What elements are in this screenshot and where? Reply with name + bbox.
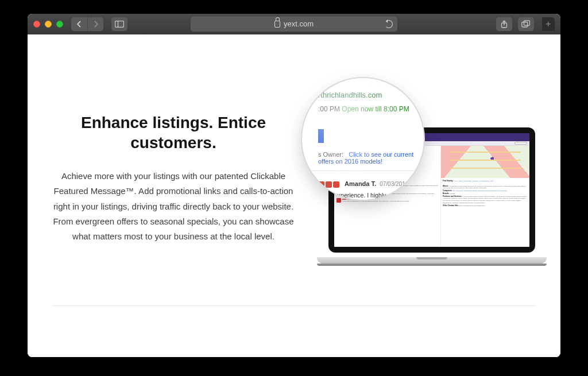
title-bar: yext.com + [28,14,560,34]
new-tab-button[interactable]: + [542,17,555,31]
url-host: yext.com [284,20,314,28]
magnifier-overlay: rthrichlandhills.com :00 PM Open now til… [301,77,425,201]
svg-rect-3 [522,22,528,28]
hero-illustration: AutoNation Click to see our current offe… [308,80,535,287]
hero-heading: Enhance listings. Entice customers. [53,113,294,153]
nav-buttons [71,17,103,31]
sidebar-button[interactable] [111,17,127,31]
mag-hours: :00 PM Open now till 8:00 PM [318,105,418,113]
back-button[interactable] [71,17,87,31]
signin-button [514,142,527,145]
browser-window: yext.com + Enhance listings. Entice cust… [28,14,560,357]
lock-icon [274,21,280,28]
address-bar[interactable]: yext.com [191,17,397,32]
listing-logo-fragment [318,129,324,143]
forward-button[interactable] [87,17,103,31]
window-controls [33,21,63,28]
svg-rect-4 [524,21,530,26]
section-divider [53,305,535,306]
minimize-icon[interactable] [45,21,52,28]
svg-rect-0 [115,21,124,27]
tabs-button[interactable] [518,17,534,31]
reload-icon[interactable] [385,20,393,28]
page-content: Enhance listings. Entice customers. Achi… [28,34,560,357]
mag-owner-line: s Owner: Click to see our current offers… [318,151,418,165]
hero-body: Achieve more with your listings with our… [53,169,294,244]
mag-url: rthrichlandhills.com [318,91,418,99]
close-icon[interactable] [33,21,40,28]
zoom-icon[interactable] [56,21,63,28]
listing-map [441,146,529,178]
share-button[interactable] [496,17,512,31]
